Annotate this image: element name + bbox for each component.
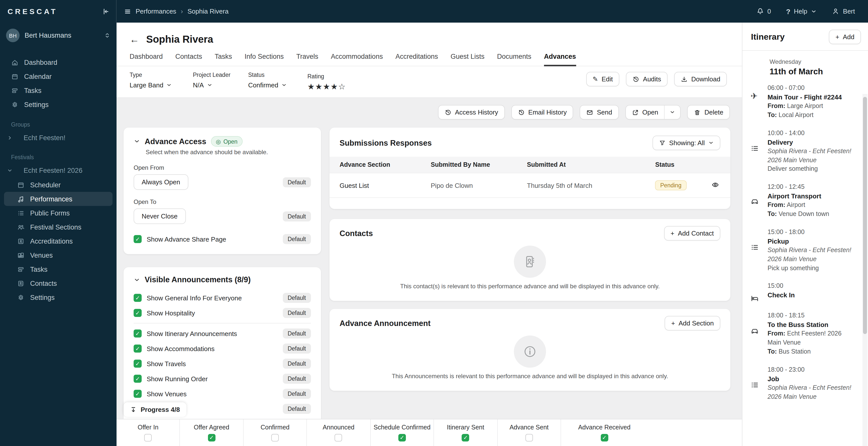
table-row[interactable]: Guest List Pipo de Clown Thursday 5th of… [330,173,731,198]
itinerary-item[interactable]: 15:00 - 18:00 Pickup Sophia Rivera - Ech… [750,228,855,273]
sidebar-item-performances[interactable]: Performances [4,192,113,206]
add-contact-button[interactable]: + Add Contact [664,226,720,241]
access-history-button[interactable]: Access History [438,105,504,120]
sidebar-item-public-forms[interactable]: Public Forms [4,206,113,220]
checkbox[interactable]: ✓ [134,345,142,353]
sidebar-item-scheduler[interactable]: Scheduler [4,178,113,192]
tab-contacts[interactable]: Contacts [175,53,202,66]
checkbox[interactable]: ✓ [134,329,142,338]
itinerary-item[interactable]: 15:00 Check In [750,283,855,302]
delete-button[interactable]: Delete [687,105,730,120]
open-from-select[interactable]: Always Open [134,174,188,190]
collapse-chevron-icon[interactable] [134,277,140,283]
send-button[interactable]: Send [580,105,619,120]
breadcrumb-section[interactable]: Performances [135,7,176,15]
email-history-button[interactable]: Email History [511,105,573,120]
share-page-checkbox[interactable]: ✓ [134,235,142,243]
column-header: Submitted By Name [426,157,522,173]
showing-filter-button[interactable]: Showing: All [652,136,720,150]
tab-advances[interactable]: Advances [544,53,576,66]
sidebar-item-label: Venues [30,251,53,259]
progress-toggle-button[interactable]: Progress 4/8 [124,402,186,417]
open-button[interactable]: Open [626,105,664,119]
sidebar-item-venues[interactable]: Venues [4,248,113,262]
project-leader-select[interactable]: N/A [193,82,248,89]
top-bar: CRESCAT Performances › Sophia Rivera 0 ?… [0,0,868,23]
sidebar-group-echt-feesten[interactable]: Echt Feesten! [0,131,117,144]
progress-checkbox[interactable]: ✓ [462,434,469,442]
rating-stars[interactable]: ★★★★☆ [307,83,346,91]
avatar: BH [6,29,20,42]
progress-step: Advance Sent ✓ [498,419,561,446]
checkbox[interactable]: ✓ [134,309,142,317]
collapse-down-icon [130,406,136,413]
group-label: Echt Feesten! [18,134,66,141]
open-dropdown-button[interactable] [664,105,680,119]
progress-checkbox[interactable]: ✓ [271,434,279,442]
checkbox[interactable]: ✓ [134,375,142,383]
tab-dashboard[interactable]: Dashboard [130,53,163,66]
sidebar-item-label: Settings [24,101,49,108]
tab-accreditations[interactable]: Accreditations [395,53,438,66]
progress-checkbox[interactable]: ✓ [525,434,533,442]
tab-info-sections[interactable]: Info Sections [245,53,284,66]
back-button[interactable]: ← [130,34,139,44]
cell-submitted-at: Thursday 5th of March [522,173,650,198]
status-select[interactable]: Confirmed [248,82,307,89]
itinerary-item[interactable]: 12:00 - 12:45 Airport Transport From: Ai… [750,183,855,219]
itinerary-add-button[interactable]: + Add [829,30,861,44]
checkbox[interactable]: ✓ [134,294,142,302]
type-select[interactable]: Large Band [130,82,193,89]
itinerary-item[interactable]: 18:00 - 18:15 To the Buss Station From: … [750,312,855,357]
announcements-title: Visible Announcements (8/9) [145,275,251,284]
eye-icon[interactable] [711,181,719,189]
progress-checkbox[interactable]: ✓ [398,434,406,442]
user-menu[interactable]: Bert [832,7,855,15]
tab-accommodations[interactable]: Accommodations [331,53,383,66]
sidebar-item-label: Settings [30,293,55,301]
column-header: Submitted At [522,157,650,173]
itinerary-item[interactable]: 10:00 - 14:00 Delivery Sophia Rivera - E… [750,129,855,174]
edit-button[interactable]: ✎ Edit [586,72,619,86]
itinerary-item[interactable]: 18:00 - 23:00 Job Sophia Rivera - Echt F… [750,366,855,401]
checkbox[interactable]: ✓ [134,390,142,398]
collapse-chevron-icon[interactable] [134,138,140,145]
progress-checkbox[interactable]: ✓ [144,434,152,442]
tab-travels[interactable]: Travels [297,53,318,66]
audits-button[interactable]: Audits [626,72,668,86]
sidebar-item-festival-sections[interactable]: Festival Sections [4,220,113,234]
sidebar-item-tasks[interactable]: Tasks [4,84,113,97]
download-button[interactable]: Download [674,72,727,86]
progress-checkbox[interactable]: ✓ [208,434,215,442]
add-section-button[interactable]: + Add Section [665,316,720,330]
sidebar-item-calendar[interactable]: Calendar [4,69,113,84]
open-to-select[interactable]: Never Close [134,209,186,224]
sidebar-item-festival-contacts[interactable]: Contacts [4,276,113,290]
notifications-button[interactable]: 0 [756,7,771,15]
progress-checkbox[interactable]: ✓ [600,434,608,442]
itinerary-day-date: 11th of March [770,67,855,76]
sidebar-item-settings[interactable]: Settings [4,97,113,112]
progress-checkbox[interactable]: ✓ [335,434,342,442]
checkbox[interactable]: ✓ [134,360,142,368]
sidebar-item-accreditations[interactable]: Accreditations [4,234,113,248]
help-menu[interactable]: ? Help [786,7,817,15]
scrollbar-thumb[interactable] [863,97,867,334]
tab-documents[interactable]: Documents [497,53,531,66]
menu-icon[interactable] [124,8,131,15]
sidebar-item-festival-settings[interactable]: Settings [4,290,113,305]
tab-tasks[interactable]: Tasks [215,53,232,66]
workspace-switcher[interactable]: BH Bert Hausmans [0,23,117,47]
sidebar-collapse-icon[interactable] [101,7,110,15]
announcement-toggle-row: ✓ Show Itinerary Announcements Default [134,326,311,341]
progress-step: Offer Agreed ✓ [180,419,244,446]
default-chip: Default [283,328,311,339]
sidebar-item-dashboard[interactable]: Dashboard [4,55,113,69]
funnel-icon [659,139,665,146]
sidebar-item-festival-tasks[interactable]: Tasks [4,262,113,276]
sidebar-festival-echt-feesten-2026[interactable]: Echt Feesten! 2026 [0,164,117,177]
chevron-down-icon [811,8,817,14]
tab-guest-lists[interactable]: Guest Lists [451,53,485,66]
itinerary-item[interactable]: ✈ 06:00 - 07:00 Main Tour - Flight #2244… [750,84,855,120]
column-header-empty [702,157,731,173]
